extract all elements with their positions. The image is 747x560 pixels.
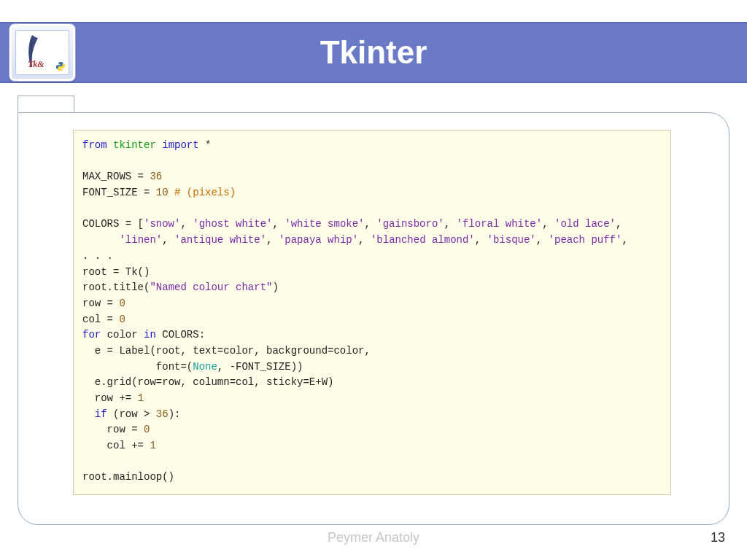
colors-iter: COLORS: (162, 329, 205, 341)
kw-import: import (162, 139, 198, 151)
num-0a: 0 (119, 298, 125, 309)
row-eq: row = (82, 298, 119, 309)
kw-from: from (82, 139, 107, 151)
mainloop: root.mainloop() (82, 471, 174, 483)
s-papaya: 'papaya whip' (279, 234, 358, 246)
s-ghost: 'ghost white' (193, 218, 272, 230)
if-close: ): (169, 408, 181, 420)
star: * (205, 139, 211, 151)
kw-if: if (95, 408, 107, 420)
s-oldlace: 'old lace' (554, 218, 616, 230)
num-36: 36 (150, 171, 162, 182)
logo-tk-text: Tk& (28, 59, 44, 70)
s-gainsboro: 'gainsboro' (376, 218, 444, 230)
kw-for: for (82, 329, 101, 341)
font-line-a: font=( (82, 361, 193, 373)
colors-eq: COLORS = [ (82, 218, 144, 230)
root-title-str: "Named colour chart" (150, 281, 272, 293)
s-blanched: 'blanched almond' (371, 234, 475, 246)
comment-pixels: # (pixels) (174, 187, 236, 198)
footer-page-number: 13 (711, 530, 725, 545)
kw-none: None (193, 361, 217, 373)
slide-title: Tkinter (320, 34, 427, 71)
mod-tkinter: tkinter (113, 139, 156, 151)
frame-tab (18, 96, 74, 113)
root-title-a: root.title( (82, 281, 150, 293)
logo-frame: Tk& (9, 23, 76, 82)
num-1a: 1 (138, 392, 144, 404)
title-bar: Tkinter (0, 22, 747, 83)
footer-author: Peymer Anatoly (0, 530, 747, 545)
num-0c: 0 (144, 424, 150, 435)
num-1b: 1 (150, 440, 155, 451)
python-icon (55, 61, 66, 71)
if-ind (82, 408, 95, 420)
root-tk: root = Tk() (82, 266, 150, 278)
var-color: color (107, 329, 138, 341)
font-size: FONT_SIZE = (82, 187, 156, 198)
kw-in: in (144, 329, 156, 341)
if-open: (row > (107, 408, 156, 420)
grid-line: e.grid(row=row, column=col, sticky=E+W) (82, 376, 333, 388)
font-line-c: , -FONT_SIZE)) (217, 361, 303, 373)
s-snow: 'snow' (144, 218, 180, 230)
tkinter-logo: Tk& (15, 30, 69, 75)
code-block: from tkinter import * MAX_ROWS = 36 FONT… (73, 130, 671, 495)
row-inc: row += (82, 392, 138, 404)
s-antique: 'antique white' (174, 234, 266, 246)
s-bisque: 'bisque' (487, 234, 536, 246)
s-linen: 'linen' (119, 234, 162, 246)
ellipsis: . . . (82, 250, 113, 262)
num-0b: 0 (119, 314, 125, 325)
root-title-b: ) (272, 281, 278, 293)
label-line: e = Label(root, text=color, background=c… (82, 345, 371, 357)
col-eq: col = (82, 314, 119, 325)
max-rows: MAX_ROWS = (82, 171, 150, 182)
s-peach: 'peach puff' (549, 234, 622, 246)
col-inc: col += (82, 440, 150, 451)
s-floral: 'floral white' (457, 218, 543, 230)
row-reset: row = (82, 424, 144, 435)
num-10: 10 (156, 187, 169, 198)
slide: Tkinter Tk& from tkinter import * MAX_RO… (0, 0, 747, 560)
s-smoke: 'white smoke' (285, 218, 364, 230)
num-36b: 36 (156, 408, 169, 420)
